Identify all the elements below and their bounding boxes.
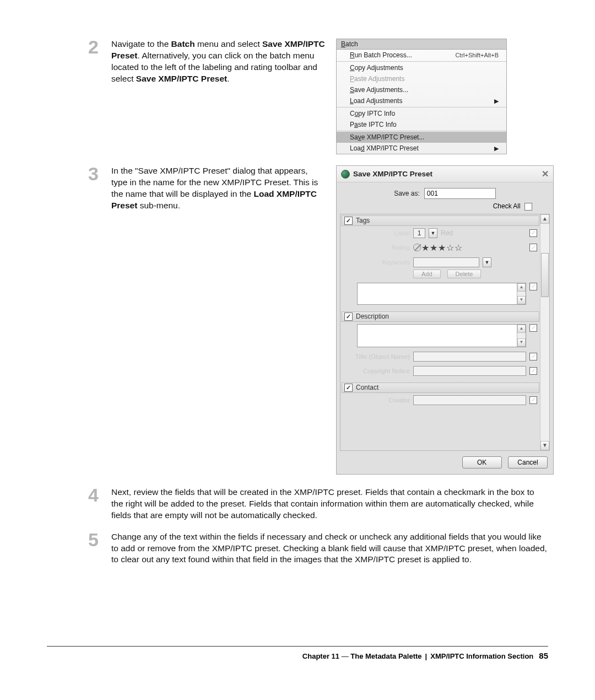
label-include-checkbox[interactable]: ✓	[529, 229, 537, 237]
label-color: Red	[441, 229, 453, 237]
keywords-label: Keywords	[344, 259, 410, 266]
menu-load-adjustments[interactable]: Load Adjustments ▶	[337, 95, 506, 106]
description-include-checkbox[interactable]: ✓	[529, 324, 537, 332]
section-description[interactable]: ✓ Description	[342, 311, 539, 322]
chevron-down-icon[interactable]: ▼	[429, 228, 437, 238]
menu-paste-iptc[interactable]: Paste IPTC Info	[337, 119, 506, 130]
textarea-scrollbar[interactable]: ▲ ▼	[517, 325, 526, 347]
step5-text: Change any of the text within the fields…	[111, 531, 548, 566]
title-include-checkbox[interactable]: ✓	[529, 353, 537, 360]
copyright-input[interactable]	[413, 366, 526, 376]
creator-label: Creator	[344, 397, 410, 403]
no-rating-icon[interactable]	[413, 244, 421, 251]
dialog-title: Save XMP/IPTC Preset	[353, 170, 432, 178]
tags-checkbox[interactable]: ✓	[344, 217, 353, 225]
rating-label: Rating	[344, 244, 410, 251]
textarea-scrollbar[interactable]: ▲ ▼	[517, 283, 526, 304]
star-empty-icon[interactable]: ☆	[446, 243, 454, 253]
fields-scroll-area: ✓ Tags Label 1 ▼ Red ✓ Rating	[340, 214, 550, 451]
keywords-input[interactable]	[413, 257, 479, 267]
step3-text: In the "Save XMP/IPTC Preset" dialog tha…	[111, 165, 325, 212]
scroll-down-icon[interactable]: ▼	[540, 441, 549, 450]
check-all-checkbox[interactable]	[524, 203, 532, 211]
save-as-input[interactable]	[424, 188, 496, 199]
menu-run-batch[interactable]: Run Batch Process... Ctrl+Shift+Alt+B	[337, 50, 506, 61]
star-icon[interactable]: ★	[421, 243, 429, 253]
menu-load-xmp-iptc[interactable]: Load XMP/IPTC Preset ▶	[337, 143, 506, 154]
section-tags[interactable]: ✓ Tags	[342, 216, 539, 226]
scroll-up-icon[interactable]: ▲	[517, 325, 526, 333]
section-contact[interactable]: ✓ Contact	[342, 383, 539, 393]
scroll-up-icon[interactable]: ▲	[517, 283, 526, 292]
description-textarea[interactable]: ▲ ▼	[357, 324, 526, 347]
batch-menu-title: Batch	[337, 39, 506, 50]
keywords-add-button[interactable]: Add	[413, 270, 441, 278]
check-all-label: Check All	[493, 202, 521, 210]
star-icon[interactable]: ★	[438, 243, 446, 253]
rating-control[interactable]: ★ ★ ★ ☆ ☆	[413, 243, 462, 253]
menu-save-xmp-iptc[interactable]: Save XMP/IPTC Preset...	[337, 132, 506, 143]
scroll-thumb[interactable]	[541, 253, 549, 297]
contact-checkbox[interactable]: ✓	[344, 384, 353, 392]
step3-number: 3	[88, 165, 111, 212]
dialog-scrollbar[interactable]: ▲ ▼	[540, 214, 549, 450]
submenu-arrow-icon: ▶	[494, 145, 499, 152]
chevron-down-icon[interactable]: ▼	[483, 257, 491, 267]
menu-copy-iptc[interactable]: Copy IPTC Info	[337, 108, 506, 119]
menu-paste-adjustments: Paste Adjustments	[337, 73, 506, 84]
title-object-input[interactable]	[413, 352, 526, 362]
description-checkbox[interactable]: ✓	[344, 313, 353, 321]
label-field-label: Label	[344, 230, 410, 236]
scroll-down-icon[interactable]: ▼	[517, 338, 526, 347]
submenu-arrow-icon: ▶	[494, 98, 499, 105]
label-number[interactable]: 1	[413, 228, 425, 238]
copyright-include-checkbox[interactable]: ✓	[529, 367, 537, 375]
creator-input[interactable]	[413, 395, 526, 405]
cancel-button[interactable]: Cancel	[508, 456, 548, 469]
title-object-label: Title (Object Name)	[344, 353, 410, 360]
save-xmp-iptc-dialog: Save XMP/IPTC Preset ✕ Save as: Check Al…	[336, 165, 554, 475]
step2-text: Navigate to the Batch menu and select Sa…	[111, 39, 325, 85]
keywords-include-checkbox[interactable]: ✓	[529, 283, 537, 290]
save-as-label: Save as:	[394, 190, 420, 197]
menu-copy-adjustments[interactable]: Copy Adjustments	[337, 62, 506, 73]
page-footer: Chapter 11 — The Metadata Palette|XMP/IP…	[47, 646, 548, 660]
menu-shortcut: Ctrl+Shift+Alt+B	[455, 52, 499, 58]
keywords-delete-button[interactable]: Delete	[447, 270, 482, 278]
creator-include-checkbox[interactable]: ✓	[529, 396, 537, 404]
copyright-label: Copyright Notice	[344, 368, 410, 374]
app-icon	[341, 170, 350, 179]
step4-text: Next, review the fields that will be cre…	[111, 487, 548, 521]
star-empty-icon[interactable]: ☆	[455, 243, 462, 253]
scroll-down-icon[interactable]: ▼	[517, 296, 526, 304]
keywords-textarea[interactable]: ▲ ▼	[357, 283, 526, 305]
step5-number: 5	[88, 531, 111, 566]
star-icon[interactable]: ★	[430, 243, 437, 253]
step4-number: 4	[88, 487, 111, 521]
step2-number: 2	[88, 39, 111, 85]
ok-button[interactable]: OK	[462, 456, 502, 469]
scroll-up-icon[interactable]: ▲	[540, 214, 549, 224]
rating-include-checkbox[interactable]: ✓	[529, 244, 537, 251]
close-icon[interactable]: ✕	[542, 169, 549, 179]
menu-save-adjustments[interactable]: Save Adjustments...	[337, 84, 506, 95]
batch-menu: Batch Run Batch Process... Ctrl+Shift+Al…	[336, 39, 507, 154]
